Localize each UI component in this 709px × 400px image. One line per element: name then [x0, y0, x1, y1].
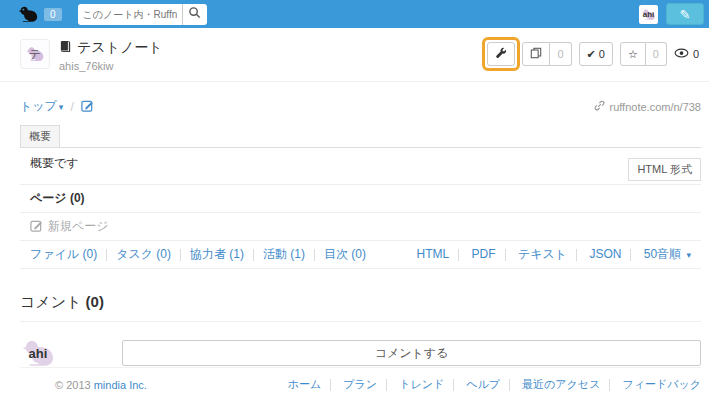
pages-header-text: ページ (0): [30, 190, 85, 207]
comments-section: コメント (0) ahi コメントする: [20, 293, 701, 371]
separator: [106, 249, 107, 261]
separator: [505, 249, 506, 261]
breadcrumb-separator: /: [70, 100, 73, 114]
star-button[interactable]: ☆: [620, 42, 646, 66]
caret-down-icon[interactable]: ▾: [59, 102, 64, 112]
tab-summary[interactable]: 概要: [20, 125, 60, 148]
separator: [453, 379, 454, 391]
footer-link-help[interactable]: ヘルプ: [466, 378, 500, 390]
eye-icon: [674, 48, 689, 60]
star-button-group: ☆ 0: [620, 42, 667, 66]
notification-badge[interactable]: 0: [44, 8, 62, 21]
edit-square-icon: [30, 219, 43, 235]
note-links-row: ファイル (0) タスク (0) 協力者 (1) 活動 (1) 目次 (0) H…: [20, 241, 701, 269]
new-note-button[interactable]: ✎: [666, 3, 704, 25]
copy-icon: [530, 47, 542, 61]
separator: [576, 249, 577, 261]
link-json[interactable]: JSON: [589, 247, 621, 261]
sort-label: 50音順: [644, 247, 681, 261]
note-title-text: テストノート: [77, 39, 163, 57]
pages-header: ページ (0): [20, 185, 701, 213]
header-divider: [0, 81, 709, 82]
search-input[interactable]: [78, 4, 182, 25]
check-count: 0: [599, 48, 605, 60]
breadcrumb: トップ ▾ / ruffnote.com/n/738: [20, 98, 701, 115]
comments-divider: [20, 321, 701, 322]
settings-button[interactable]: [487, 42, 515, 66]
link-text[interactable]: テキスト: [518, 247, 567, 261]
note-owner: ahis_76kiw: [59, 60, 163, 72]
edit-square-icon: [81, 101, 94, 115]
separator: [330, 379, 331, 391]
comments-header-count: (0): [86, 293, 104, 310]
copyright: © 2013 mindia Inc.: [20, 379, 147, 391]
star-count[interactable]: 0: [646, 42, 667, 66]
comment-button[interactable]: コメントする: [122, 340, 701, 366]
footer: © 2013 mindia Inc. ホーム プラン トレンド ヘルプ 最近のア…: [20, 367, 701, 394]
watch-count: 0: [674, 48, 699, 60]
copy-button[interactable]: [522, 42, 550, 66]
link-activity[interactable]: 活動 (1): [263, 246, 305, 263]
copy-count[interactable]: 0: [550, 42, 571, 66]
link-files[interactable]: ファイル (0): [30, 246, 97, 263]
note-avatar[interactable]: テ: [20, 39, 50, 69]
comment-avatar[interactable]: ahi: [20, 335, 56, 371]
summary-text: 概要です: [30, 156, 79, 170]
company-link[interactable]: mindia Inc.: [94, 379, 147, 391]
pencil-icon: ✎: [680, 7, 691, 22]
copy-button-group: 0: [522, 42, 571, 66]
link-collaborators[interactable]: 協力者 (1): [190, 246, 244, 263]
wrench-icon: [495, 47, 507, 61]
comment-form: ahi コメントする: [20, 335, 701, 371]
html-format-button[interactable]: HTML 形式: [628, 158, 701, 181]
footer-link-feedback[interactable]: フィードバック: [622, 378, 701, 390]
comments-header: コメント (0): [20, 293, 701, 312]
separator: [609, 379, 610, 391]
link-html[interactable]: HTML: [417, 247, 450, 261]
new-page-button[interactable]: 新規ページ: [20, 213, 701, 241]
settings-button-wrapper: [487, 42, 515, 66]
note-titles: テストノート ahis_76kiw: [59, 39, 163, 72]
note-url: ruffnote.com/n/738: [594, 100, 701, 113]
note-toolbar: 0 ✔ 0 ☆ 0 0: [487, 39, 701, 66]
summary-panel: 概要 概要です HTML 形式 ページ (0) 新規ページ ファイル (0) タ…: [20, 124, 701, 269]
footer-link-trend[interactable]: トレンド: [399, 378, 444, 390]
footer-link-recent-access[interactable]: 最近のアクセス: [522, 378, 600, 390]
search-button[interactable]: [182, 4, 207, 25]
separator: [509, 379, 510, 391]
note-url-text: ruffnote.com/n/738: [609, 101, 701, 113]
user-avatar[interactable]: ahi: [639, 5, 658, 24]
separator: [314, 249, 315, 261]
check-button[interactable]: ✔ 0: [579, 42, 613, 66]
check-icon: ✔: [587, 48, 596, 61]
separator: [253, 249, 254, 261]
new-page-label: 新規ページ: [48, 218, 109, 235]
note-avatar-label: テ: [29, 46, 41, 63]
bird-logo-icon[interactable]: [17, 3, 39, 25]
book-icon: [59, 40, 72, 56]
link-tasks[interactable]: タスク (0): [116, 246, 171, 263]
search-box: [78, 4, 207, 25]
link-icon: [594, 100, 605, 113]
note-header: テ テストノート ahis_76kiw: [20, 28, 701, 81]
comments-header-label: コメント: [20, 293, 81, 310]
footer-link-home[interactable]: ホーム: [288, 378, 322, 390]
separator: [630, 249, 631, 261]
summary-content-area: 概要です HTML 形式: [20, 147, 701, 185]
navbar: 0 ahi ✎: [0, 0, 709, 28]
footer-link-plan[interactable]: プラン: [343, 378, 377, 390]
comment-avatar-label: ahi: [29, 346, 48, 361]
breadcrumb-edit-button[interactable]: [81, 99, 94, 115]
caret-down-icon: ▾: [686, 250, 691, 260]
link-toc[interactable]: 目次 (0): [324, 246, 366, 263]
separator: [458, 249, 459, 261]
breadcrumb-top-link[interactable]: トップ: [20, 98, 57, 115]
navbar-right: ahi ✎: [639, 3, 704, 25]
search-icon: [188, 6, 201, 22]
star-icon: ☆: [628, 48, 638, 61]
sort-dropdown[interactable]: 50音順 ▾: [644, 247, 691, 261]
separator: [386, 379, 387, 391]
export-links: HTML PDF テキスト JSON 50音順 ▾: [417, 246, 691, 263]
user-avatar-label: ahi: [643, 10, 655, 19]
link-pdf[interactable]: PDF: [472, 247, 496, 261]
